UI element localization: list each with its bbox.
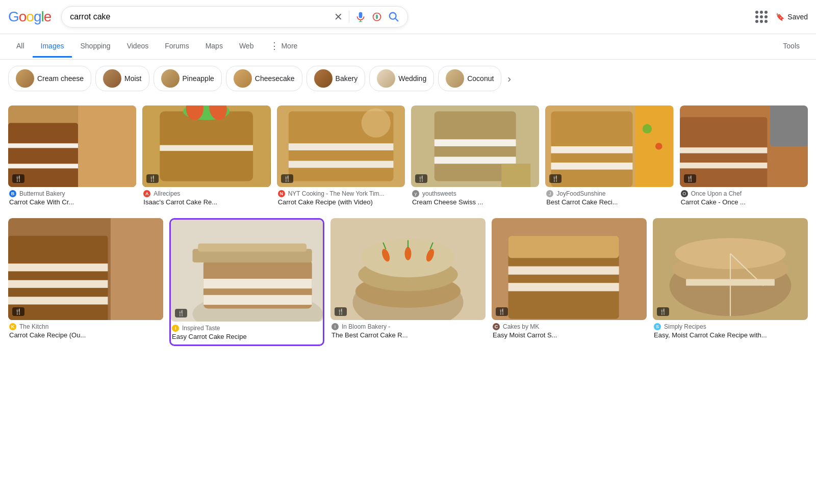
- card-wrap-inbloom: 🍴: [330, 218, 486, 320]
- recipe-badge: 🍴: [415, 174, 427, 183]
- card-title: Best Carrot Cake Reci...: [546, 198, 672, 207]
- svg-point-57: [404, 247, 411, 260]
- source-line: O Once Upon a Chef: [681, 190, 807, 197]
- lens-search-button[interactable]: [372, 12, 382, 22]
- card-wrap-inspiredtaste: 🍴: [171, 220, 323, 322]
- card-info-butternut: B Butternut Bakery Carrot Cake With Cr..…: [8, 187, 136, 210]
- nav-tabs: All Images Shopping Videos Forums Maps W…: [0, 34, 816, 60]
- source-line: K The Kitchn: [9, 323, 162, 330]
- image-card-onceupon[interactable]: 🍴 O Once Upon a Chef Carrot Cake - Once …: [680, 105, 808, 210]
- filter-chip-cheesecake[interactable]: Cheesecake: [226, 66, 302, 91]
- card-title: Carrot Cake - Once ...: [681, 198, 807, 207]
- favicon: K: [9, 323, 16, 330]
- svg-rect-23: [435, 139, 516, 146]
- source-name: In Bloom Bakery -: [342, 323, 390, 330]
- image-card-cakesbymk[interactable]: 🍴 C Cakes by MK Easy Moist Carrot S...: [492, 218, 647, 346]
- svg-rect-7: [8, 143, 78, 148]
- filter-chip-cream-cheese[interactable]: Cream cheese: [8, 66, 91, 91]
- svg-rect-18: [289, 143, 394, 150]
- svg-rect-28: [551, 146, 633, 153]
- image-card-butternut[interactable]: 🍴 B Butternut Bakery Carrot Cake With Cr…: [8, 105, 136, 210]
- image-card-simplyrecipes[interactable]: 🍴 S Simply Recipes Easy, Moist Carrot Ca…: [653, 218, 808, 346]
- card-info-joyfoods: J JoyFoodSunshine Best Carrot Cake Reci.…: [545, 187, 673, 210]
- source-line: S Simply Recipes: [654, 323, 807, 330]
- tab-shopping[interactable]: Shopping: [72, 36, 118, 58]
- source-line: B Butternut Bakery: [9, 190, 135, 197]
- recipe-badge: 🍴: [549, 174, 562, 183]
- saved-button[interactable]: 🔖 Saved: [776, 13, 808, 21]
- svg-point-32: [655, 143, 662, 150]
- svg-rect-1: [359, 21, 363, 22]
- recipe-badge: 🍴: [12, 307, 24, 316]
- image-card-joyfoods[interactable]: 🍴 J JoyFoodSunshine Best Carrot Cake Rec…: [545, 105, 673, 210]
- filter-chip-bakery[interactable]: Bakery: [307, 66, 366, 91]
- image-card-youthsweets[interactable]: 🍴 y youthsweets Cream Cheese Swiss ...: [411, 105, 539, 210]
- image-card-allrecipes[interactable]: 🍴 A Allrecipes Isaac's Carrot Cake Re...: [142, 105, 270, 210]
- filter-chip-wedding[interactable]: Wedding: [369, 66, 434, 91]
- voice-search-button[interactable]: [355, 12, 366, 22]
- recipe-badge: 🍴: [657, 307, 669, 316]
- more-dots-icon: ⋮: [270, 40, 279, 51]
- search-input[interactable]: [70, 12, 329, 21]
- image-grid-row2: 🍴 K The Kitchn Carrot Cake Recipe (Ou...: [0, 218, 816, 354]
- search-submit-button[interactable]: [388, 11, 399, 22]
- svg-rect-50: [198, 244, 307, 252]
- card-title: Cream Cheese Swiss ...: [412, 198, 538, 207]
- favicon: N: [278, 190, 285, 197]
- source-name: youthsweets: [422, 190, 456, 197]
- tab-images[interactable]: Images: [33, 36, 72, 58]
- svg-rect-29: [551, 163, 633, 170]
- svg-rect-48: [203, 295, 312, 305]
- svg-rect-65: [508, 283, 619, 291]
- svg-rect-64: [508, 266, 619, 274]
- tab-tools[interactable]: Tools: [775, 36, 808, 58]
- recipe-badge: 🍴: [146, 174, 159, 183]
- recipe-badge: 🍴: [335, 307, 347, 316]
- svg-rect-42: [8, 297, 108, 304]
- source-line: I Inspired Taste: [172, 325, 322, 332]
- image-card-inspiredtaste[interactable]: 🍴 I Inspired Taste Easy Carrot Cake Reci…: [169, 218, 324, 346]
- mic-icon: [355, 12, 366, 22]
- filter-arrow-right[interactable]: ›: [507, 73, 511, 85]
- source-name: Simply Recipes: [664, 323, 706, 330]
- card-info-cakesbymk: C Cakes by MK Easy Moist Carrot S...: [492, 320, 647, 343]
- tab-videos[interactable]: Videos: [119, 36, 157, 58]
- tab-more[interactable]: ⋮ More: [262, 34, 305, 59]
- tab-web[interactable]: Web: [231, 36, 262, 58]
- card-wrap-simplyrecipes: 🍴: [653, 218, 808, 320]
- svg-rect-40: [8, 263, 108, 271]
- card-wrap-onceupon: 🍴: [680, 105, 808, 187]
- card-wrap-youthsweets: 🍴: [411, 105, 539, 187]
- card-title: Easy Moist Carrot S...: [493, 331, 646, 340]
- filter-chip-coconut[interactable]: Coconut: [438, 66, 501, 91]
- recipe-badge: 🍴: [496, 307, 508, 316]
- card-info-nyt: N NYT Cooking - The New York Tim... Carr…: [277, 187, 405, 210]
- card-wrap-cakesbymk: 🍴: [492, 218, 647, 320]
- image-card-nyt[interactable]: 🍴 N NYT Cooking - The New York Tim... Ca…: [277, 105, 405, 210]
- tab-maps[interactable]: Maps: [197, 36, 231, 58]
- card-info-simplyrecipes: S Simply Recipes Easy, Moist Carrot Cake…: [653, 320, 808, 343]
- header-right: 🔖 Saved: [753, 9, 808, 25]
- favicon: A: [143, 190, 150, 197]
- filter-chip-pineapple[interactable]: Pineapple: [154, 66, 222, 91]
- svg-rect-66: [508, 236, 619, 258]
- google-logo: Google: [8, 9, 51, 25]
- image-card-inbloom[interactable]: 🍴 I In Bloom Bakery - The Best Carrot Ca…: [330, 218, 486, 346]
- image-card-kitchn[interactable]: 🍴 K The Kitchn Carrot Cake Recipe (Ou...: [8, 218, 163, 346]
- card-title: Carrot Cake With Cr...: [9, 198, 135, 207]
- filter-chip-moist[interactable]: Moist: [95, 66, 149, 91]
- svg-point-31: [643, 124, 652, 134]
- apps-grid-button[interactable]: [753, 9, 770, 25]
- favicon: B: [9, 190, 16, 197]
- svg-rect-25: [501, 164, 530, 187]
- filter-row: Cream cheese Moist Pineapple Cheesecake …: [0, 60, 816, 97]
- lens-icon: [372, 12, 382, 22]
- svg-point-20: [361, 109, 390, 138]
- tab-all[interactable]: All: [8, 36, 33, 58]
- source-name: Allrecipes: [154, 190, 180, 197]
- card-title: Carrot Cake Recipe (with Video): [278, 198, 404, 207]
- search-icons: ✕: [334, 11, 399, 23]
- clear-button[interactable]: ✕: [334, 11, 343, 23]
- tab-forums[interactable]: Forums: [157, 36, 197, 58]
- card-title: Isaac's Carrot Cake Re...: [143, 198, 269, 207]
